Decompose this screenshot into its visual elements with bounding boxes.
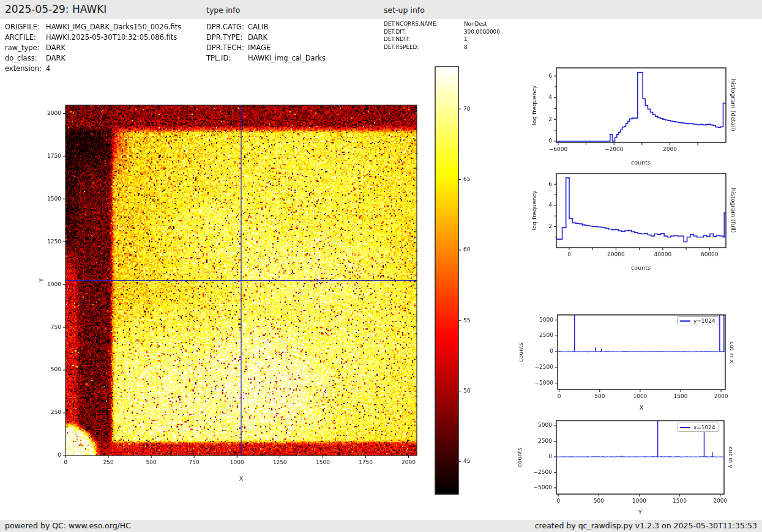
main-image-xlabel: X <box>239 475 244 482</box>
legend-label: x=1024 <box>693 424 715 430</box>
footer-right-text: created by qc_rawdisp.py v1.2.3 on 2025-… <box>535 521 757 530</box>
info-label: raw_type: <box>5 43 46 53</box>
info-label: DET.DIT: <box>384 28 464 36</box>
info-value: HAWKI_IMG_DARK_Darks150_0026.fits <box>46 22 181 32</box>
info-value: DARK <box>248 32 267 43</box>
info-value: HAWKI.2025-05-30T10:32:05.086.fits <box>46 32 177 43</box>
info-row-rawtype: raw_type: DARK <box>5 43 181 53</box>
info-value: NonDest <box>464 20 487 28</box>
info-label: DET.NCORRS.NAME: <box>384 20 464 28</box>
header-bar <box>0 0 762 19</box>
info-row-origfile: ORIGFILE: HAWKI_IMG_DARK_Darks150_0026.f… <box>5 22 181 32</box>
histogram-detail-xlabel: counts <box>631 159 651 166</box>
info-row-tplid: TPL.ID: HAWKI_img_cal_Darks <box>206 53 326 64</box>
info-row-arcfile: ARCFILE: HAWKI.2025-05-30T10:32:05.086.f… <box>5 32 181 43</box>
info-label: TPL.ID: <box>206 53 248 64</box>
info-row-ndit: DET.NDIT: 1 <box>384 35 500 43</box>
info-value: IMAGE <box>248 43 271 53</box>
histogram-detail-title: histogram (detail) <box>730 79 737 131</box>
page-title: 2025-05-29: HAWKI <box>5 3 106 15</box>
cut-in-y-legend: x=1024 <box>677 423 719 432</box>
footer-left-text: powered by QC: www.eso.org/HC <box>5 521 131 530</box>
info-label: ORIGFILE: <box>5 22 46 32</box>
legend-label: y=1024 <box>693 318 715 324</box>
cut-in-x-xlabel: X <box>640 404 644 411</box>
legend-line-sample <box>680 320 690 322</box>
histogram-detail-ylabel: log frequency <box>531 85 537 125</box>
info-row-doclass: do_class: DARK <box>5 53 181 64</box>
file-info-block: ORIGFILE: HAWKI_IMG_DARK_Darks150_0026.f… <box>5 22 181 74</box>
type-info-block: DPR.CATG: CALIB DPR.TYPE: DARK DPR.TECH:… <box>206 22 326 64</box>
info-label: DET.NDIT: <box>384 35 464 43</box>
cut-in-y-ylabel: counts <box>516 448 523 467</box>
info-value: HAWKI_img_cal_Darks <box>248 53 326 64</box>
histogram-full-title: histogram (full) <box>730 188 737 232</box>
setup-info-block: DET.NCORRS.NAME: NonDest DET.DIT: 300.00… <box>384 20 500 51</box>
legend-line-sample <box>680 427 690 428</box>
info-row-rspeed: DET.RSPEED: 8 <box>384 43 500 51</box>
info-row-ncorrs: DET.NCORRS.NAME: NonDest <box>384 20 500 28</box>
info-value: 8 <box>464 43 468 51</box>
cut-in-y-title: cut in y <box>728 446 734 468</box>
info-label: DET.RSPEED: <box>384 43 464 51</box>
info-row-extension: extension: 4 <box>5 64 181 74</box>
info-value: 300.0000000 <box>464 28 500 36</box>
info-label: extension: <box>5 64 46 74</box>
info-value: 4 <box>46 64 50 74</box>
info-label: do_class: <box>5 53 46 64</box>
setup-info-heading: set-up info <box>384 6 425 15</box>
type-info-heading: type info <box>206 6 240 15</box>
info-label: DPR.TECH: <box>206 43 248 53</box>
info-value: CALIB <box>248 22 269 32</box>
info-row-dprcatg: DPR.CATG: CALIB <box>206 22 326 32</box>
info-row-dprtype: DPR.TYPE: DARK <box>206 32 326 43</box>
cut-in-x-title: cut in x <box>729 341 736 363</box>
info-value: 1 <box>464 35 468 43</box>
cut-in-x-legend: y=1024 <box>677 316 719 325</box>
cut-in-y-xlabel: Y <box>638 509 642 515</box>
info-value: DARK <box>46 43 65 53</box>
info-row-dprtech: DPR.TECH: IMAGE <box>206 43 326 53</box>
info-label: DPR.CATG: <box>206 22 248 32</box>
qc-report-page: 2025-05-29: HAWKI type info set-up info … <box>0 0 762 532</box>
info-label: ARCFILE: <box>5 32 46 43</box>
main-image-ylabel: Y <box>38 278 45 282</box>
cut-in-x-ylabel: counts <box>517 342 524 362</box>
histogram-full-ylabel: log frequency <box>531 190 537 230</box>
info-value: DARK <box>46 53 65 64</box>
info-label: DPR.TYPE: <box>206 32 248 43</box>
info-row-dit: DET.DIT: 300.0000000 <box>384 28 500 36</box>
histogram-full-xlabel: counts <box>631 264 651 271</box>
